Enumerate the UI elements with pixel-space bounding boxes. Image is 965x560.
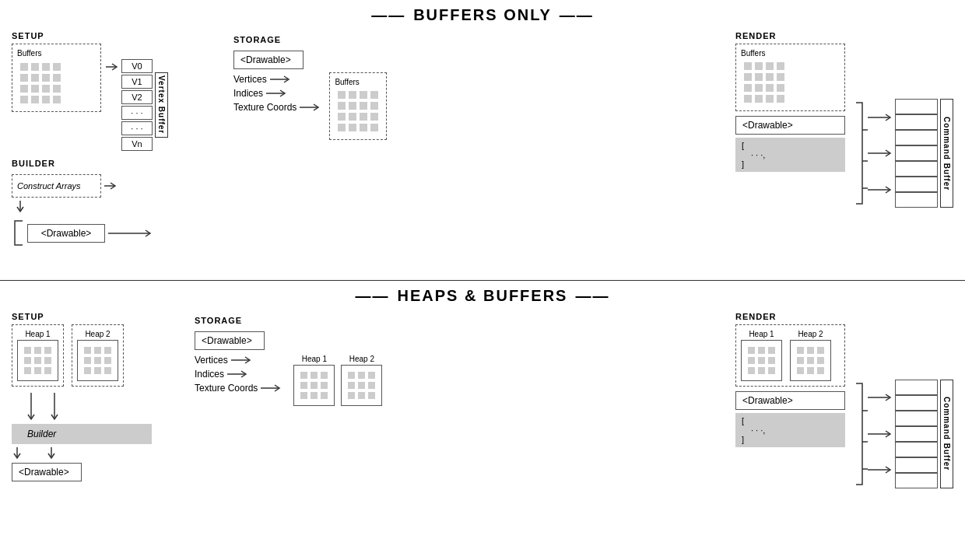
- storage-vertices-row-bottom: Vertices: [195, 355, 284, 366]
- dots-top: · · ·,: [742, 150, 839, 159]
- arrow-vertices-bottom: [231, 356, 254, 364]
- command-buffer-label-top: Command Buffer: [940, 99, 953, 208]
- cb-rows-top: [895, 99, 938, 208]
- render-content-top: RENDER Buffers <Drawable>: [735, 31, 845, 276]
- render-heap2-label: Heap 2: [798, 330, 823, 338]
- bracket-open-top: [: [742, 141, 839, 150]
- arrows-heaps-down: [12, 393, 74, 424]
- heap1-dots-setup: [21, 344, 54, 377]
- heaps-row-setup: Heap 1 Heap 2: [12, 324, 183, 387]
- cb-row-5-top: [895, 161, 938, 177]
- command-buffer-bottom: Command Buffer: [895, 380, 953, 488]
- bracket-render-bottom: [848, 380, 868, 488]
- heap1-label-setup: Heap 1: [25, 330, 50, 338]
- storage-label-bottom: STORAGE: [195, 316, 412, 325]
- setup-heap1-box: Heap 1: [12, 324, 64, 387]
- vb-v2: V2: [121, 90, 153, 104]
- storage-drawable-top: <Drawable>: [233, 51, 304, 69]
- arrow-builder-to-vb: [104, 178, 120, 194]
- arrow-heap2-to-drawable: [46, 447, 57, 463]
- setup-heap2-box: Heap 2: [72, 324, 124, 387]
- storage-drawable-label-bottom: <Drawable>: [202, 335, 252, 346]
- arrow-indices-bottom: [227, 370, 251, 378]
- texture-label-bottom: Texture Coords: [195, 383, 258, 394]
- cb-row-4-top: [895, 145, 938, 161]
- cb-rows-bottom: [895, 380, 938, 488]
- storage-buffers-dots: [335, 88, 381, 135]
- storage-indices-row: Indices: [233, 88, 323, 99]
- cb-row-6-bottom: [895, 457, 938, 473]
- heaps-buffers-title: HEAPS & BUFFERS: [0, 281, 965, 308]
- storage-texture-row-bottom: Texture Coords: [195, 383, 284, 394]
- render-buffers-top: Buffers: [735, 44, 845, 111]
- arrows-to-cb-bottom: [868, 380, 895, 488]
- arrow-drawable-right-top: [108, 228, 155, 239]
- arrow-vertices: [270, 75, 293, 83]
- storage-heap1-bottom: Heap 1: [293, 355, 335, 406]
- storage-buffers-grid-top: Buffers: [329, 72, 387, 140]
- cb-row-4-bottom: [895, 426, 938, 442]
- storage-top: STORAGE <Drawable> Vertices: [233, 35, 420, 276]
- command-buffer-label-bottom: Command Buffer: [940, 380, 953, 488]
- storage-heap2-bottom: Heap 2: [341, 355, 382, 406]
- cb-row-3-top: [895, 130, 938, 145]
- cb-row-1-bottom: [895, 380, 938, 395]
- arrow-cb-2-top: [868, 148, 895, 159]
- builder-box-top: Construct Arrays: [12, 174, 101, 198]
- heap2-label-setup: Heap 2: [85, 330, 110, 338]
- storage-drawable-label-top: <Drawable>: [240, 54, 291, 65]
- render-content-bottom: RENDER Heap 1: [735, 312, 845, 557]
- arrow-texture: [300, 103, 323, 111]
- vertex-buffer-col: V0 V1 V2 · · · · · · Vn: [121, 59, 153, 151]
- storage-indices-row-bottom: Indices: [195, 369, 284, 380]
- drawable-box-setup-top: <Drawable>: [27, 224, 105, 243]
- cb-row-7-bottom: [895, 473, 938, 488]
- main-container: BUFFERS ONLY SETUP Buffers: [0, 0, 965, 560]
- arrow-heap1-to-drawable: [12, 447, 23, 463]
- arrow-cb-3-top: [868, 184, 895, 195]
- render-label-bottom: RENDER: [735, 312, 845, 321]
- arrow-cb-1-top: [868, 112, 895, 123]
- buffers-label-top: Buffers: [17, 49, 96, 58]
- cb-row-5-bottom: [895, 442, 938, 457]
- bracket-render-top: [848, 99, 868, 208]
- cb-row-1-top: [895, 99, 938, 114]
- render-buffers-dots-top: [741, 59, 840, 106]
- setup-buffers-box-top: Buffers: [12, 44, 101, 112]
- render-right-bottom: Command Buffer: [848, 312, 953, 557]
- storage-entries: Vertices Indices: [233, 74, 323, 113]
- indices-label-bottom: Indices: [195, 369, 224, 380]
- render-bottom: RENDER Heap 1: [735, 312, 953, 557]
- storage-heap2-label: Heap 2: [349, 355, 374, 363]
- render-label-top: RENDER: [735, 31, 845, 40]
- vertices-label-bottom: Vertices: [195, 355, 228, 366]
- cb-row-2-top: [895, 114, 938, 130]
- cb-row-6-top: [895, 177, 938, 192]
- storage-texture-row: Texture Coords: [233, 102, 323, 113]
- render-heap1-grid: [741, 340, 782, 381]
- setup-label-bottom: SETUP: [12, 312, 183, 321]
- vb-dots2: · · ·: [121, 121, 153, 135]
- setup-label-top: SETUP: [12, 31, 222, 40]
- cb-row-7-top: [895, 192, 938, 208]
- vb-vn: Vn: [121, 137, 153, 151]
- arrow-texture-bottom: [261, 384, 284, 392]
- storage-heap2-grid: [341, 365, 382, 406]
- arrow-cb-3-bottom: [868, 464, 895, 475]
- section-heaps-buffers: HEAPS & BUFFERS SETUP Heap 1: [0, 281, 965, 561]
- arrow-cb-2-bottom: [868, 429, 895, 439]
- cb-row-3-bottom: [895, 411, 938, 426]
- render-bracket-content-bottom: [ · · ·, ]: [735, 413, 845, 447]
- bracket-open-bottom: [: [742, 416, 839, 425]
- storage-bottom: STORAGE <Drawable> Vertices: [195, 316, 412, 557]
- storage-heaps-bottom: Heap 1 Heap 2: [293, 355, 382, 406]
- texture-label: Texture Coords: [233, 102, 297, 113]
- vb-dots1: · · ·: [121, 106, 153, 120]
- vertex-buffer-label: Vertex Buffer: [155, 72, 168, 137]
- render-buffers-label-top: Buffers: [741, 49, 840, 58]
- arrow-indices: [266, 89, 290, 97]
- section-buffers-only: BUFFERS ONLY SETUP Buffers: [0, 0, 965, 281]
- render-heap1-bottom: Heap 1: [741, 330, 782, 381]
- bracket-close-bottom: ]: [742, 435, 839, 444]
- vertices-label: Vertices: [233, 74, 267, 85]
